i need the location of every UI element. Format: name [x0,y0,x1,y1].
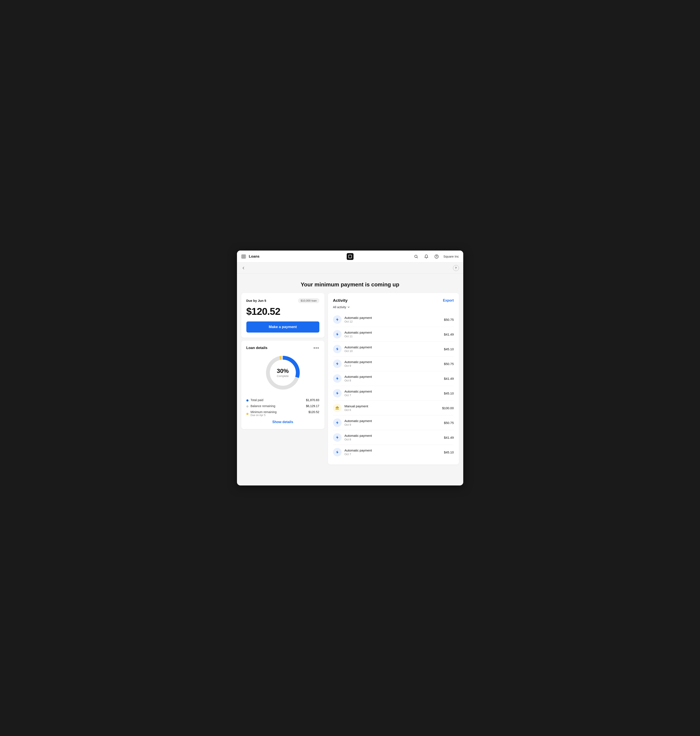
legend-label-paid: Total paid [251,398,263,402]
activity-amount: $41.49 [444,436,454,439]
legend-item-paid: Total paid $1,870.83 [246,397,319,403]
activity-name: Automatic payment [344,375,444,378]
legend-value-paid: $1,870.83 [306,398,319,402]
loan-details-card: Loan details ••• [241,341,325,429]
donut-center: 30% Complete [276,368,289,378]
legend-value-minimum: $120.52 [309,410,319,414]
svg-rect-12 [335,409,339,410]
activity-amount: $100.00 [442,406,454,410]
activity-icon [333,330,341,339]
activity-name: Automatic payment [344,419,444,422]
activity-filter-dropdown[interactable]: All activity [333,305,350,309]
activity-info: Automatic payment Oct 7 [344,390,444,397]
square-logo-inner [349,255,352,258]
nav-right: Square Inc [413,253,459,260]
svg-rect-9 [337,408,337,409]
activity-amount: $50.75 [444,421,454,425]
show-details-button[interactable]: Show details [246,418,319,424]
lightning-icon [335,421,339,425]
filter-row: All activity [333,305,454,309]
lightning-icon [335,450,339,454]
activity-date: Oct 10 [344,349,444,353]
app-window: Loans [237,250,463,486]
activity-name: Automatic payment [344,345,444,349]
svg-rect-7 [335,408,339,408]
legend-dot-minimum [246,413,249,415]
activity-item: Manual payment Oct 6 $100.00 [333,401,454,415]
square-logo [347,253,353,260]
activity-name: Manual payment [344,404,442,408]
legend: Total paid $1,870.83 Balance remaining [246,397,319,418]
svg-point-0 [415,255,417,258]
activity-date: Oct 12 [344,320,444,323]
activity-icon [333,359,341,368]
activity-item: Automatic payment Oct 11 $41.49 [333,327,454,342]
make-payment-button[interactable]: Make a payment [246,321,319,333]
loan-badge: $10,000 loan [298,298,319,303]
notifications-button[interactable] [423,253,430,260]
svg-rect-11 [338,408,338,409]
left-panel: Due by Jun 5 $10,000 loan $120.52 Make a… [241,293,325,465]
activity-icon [333,345,341,353]
activity-amount: $45.10 [444,392,454,395]
activity-info: Automatic payment Oct 7 [344,449,444,456]
nav-center-logo [347,253,353,260]
activity-icon [333,404,341,412]
activity-amount: $50.75 [444,362,454,366]
filter-label: All activity [333,305,346,309]
activity-icon [333,374,341,383]
activity-info: Automatic payment Oct 11 [344,331,444,338]
activity-list: Automatic payment Oct 12 $50.75 Automati… [333,312,454,459]
help-outline-button[interactable]: ? [453,265,459,271]
activity-name: Automatic payment [344,390,444,393]
due-header: Due by Jun 5 $10,000 loan [246,298,319,303]
svg-rect-10 [337,408,338,409]
activity-date: Oct 9 [344,364,444,367]
nav-left: Loans [241,255,260,259]
legend-sub-minimum: Due on Apr 5 [251,414,276,417]
loan-details-title: Loan details [246,346,268,350]
company-name: Square Inc [443,255,459,258]
svg-line-1 [417,257,418,258]
svg-rect-8 [336,408,336,409]
activity-date: Oct 8 [344,438,444,441]
sub-nav: ? [237,262,463,274]
activity-date: Oct 9 [344,423,444,426]
hamburger-menu-button[interactable] [241,255,246,258]
activity-info: Automatic payment Oct 12 [344,316,444,323]
activity-item: Automatic payment Oct 12 $50.75 [333,312,454,327]
activity-icon [333,418,341,427]
main-content: Due by Jun 5 $10,000 loan $120.52 Make a… [237,293,463,470]
activity-name: Automatic payment [344,449,444,452]
activity-icon [333,315,341,324]
activity-name: Automatic payment [344,331,444,334]
help-circle-button[interactable] [433,253,440,260]
activity-header: Activity Export [333,298,454,303]
bank-icon [335,406,340,410]
activity-date: Oct 7 [344,394,444,397]
due-amount: $120.52 [246,306,319,317]
legend-label-minimum: Minimum remaining [251,410,276,414]
top-nav: Loans [237,250,463,262]
activity-amount: $41.49 [444,377,454,380]
activity-item: Automatic payment Oct 9 $50.75 [333,415,454,430]
donut-percent: 30% [276,368,289,374]
more-options-button[interactable]: ••• [313,346,319,350]
activity-info: Automatic payment Oct 10 [344,345,444,353]
legend-dot-balance [246,405,249,408]
donut-complete-label: Complete [276,374,289,378]
legend-label-balance: Balance remaining [251,404,275,408]
activity-name: Automatic payment [344,316,444,319]
lightning-icon [335,332,339,336]
due-label: Due by Jun 5 [246,299,266,302]
legend-item-minimum: Minimum remaining Due on Apr 5 $120.52 [246,409,319,418]
search-button[interactable] [413,253,419,260]
right-panel: Activity Export All activity Automatic p… [328,293,459,465]
activity-icon [333,448,341,456]
activity-icon [333,389,341,397]
loan-details-header: Loan details ••• [246,346,319,350]
back-button[interactable] [241,266,246,270]
activity-title: Activity [333,298,348,303]
lightning-icon [335,377,339,380]
export-button[interactable]: Export [443,299,454,302]
